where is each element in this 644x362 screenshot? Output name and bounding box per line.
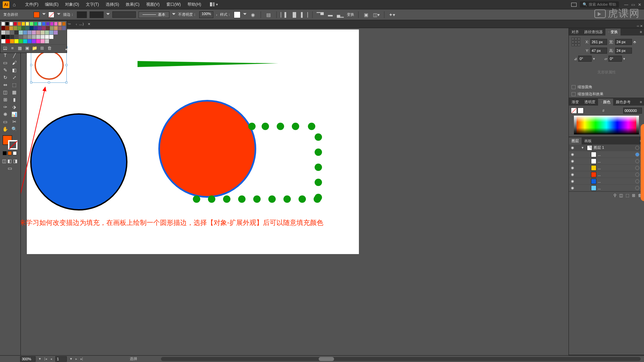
tab-artboards[interactable]: 画板 [582,137,594,144]
swatch-color[interactable] [38,22,42,26]
artboard[interactable]: 我们来学习如何改变描边为填充，在画板上绘制一个圆形描边，选择【对象-扩展外观】后… [27,29,359,254]
layer-item-row[interactable]: ◉ ... [569,151,644,158]
recolor-icon[interactable]: ◉ [249,11,257,18]
column-graph-tool[interactable]: 📊 [10,111,19,118]
swatch-color[interactable] [21,22,25,26]
canvas-area[interactable]: 我们来学习如何改变描边为填充，在画板上绘制一个圆形描边，选择【对象-扩展外观】后… [21,28,569,355]
swatch-color[interactable] [42,22,46,26]
green-dot-shape[interactable] [315,133,322,141]
artboard-nav-input[interactable] [55,356,67,362]
eyedropper-tool[interactable]: ✑ [1,103,10,111]
swatch-color[interactable] [17,26,21,30]
swatch-color[interactable] [49,31,53,35]
layer-header-row[interactable]: ◉ ▾ 图层 1 [569,144,644,151]
tab-list-icon[interactable]: ≔ [67,22,71,26]
reference-point-grid[interactable] [572,38,580,46]
menu-view[interactable]: 视图(V) [143,2,163,7]
tab-layers[interactable]: 图层 [569,137,582,144]
swatch-color[interactable] [13,22,17,26]
eraser-tool[interactable]: ◧ [10,66,19,74]
h-input[interactable] [615,48,632,54]
color-none-swatch[interactable] [571,108,577,114]
swatch-color[interactable] [25,26,29,30]
swatch-color[interactable] [41,31,45,35]
green-dot-shape[interactable] [299,195,306,203]
rectangle-tool[interactable]: ▭ [1,59,10,66]
arrange-docs-icon[interactable]: ▾ [210,2,218,7]
swatch-color[interactable] [36,35,40,39]
green-wedge-shape[interactable] [138,60,278,67]
new-sublayer-icon[interactable]: ⬚ [626,193,629,198]
green-dot-shape[interactable] [262,123,269,130]
x-input[interactable] [590,39,607,45]
small-circle-shape[interactable] [35,51,64,80]
green-dot-shape[interactable] [268,195,276,203]
swatch-color[interactable] [19,31,23,35]
swatch-color[interactable] [28,39,32,43]
layout-icon[interactable] [571,3,577,7]
swatch-color[interactable] [32,35,36,39]
stroke-swatch[interactable] [48,12,54,18]
visibility-icon[interactable]: ◉ [570,172,575,177]
scale-strokes-checkbox[interactable]: 缩放描边和效果 [569,90,644,98]
green-dot-shape[interactable] [308,123,315,130]
swatch-delete-icon[interactable]: 🗑 [47,46,52,51]
swatch-color[interactable] [38,26,42,30]
swatch-color[interactable] [46,26,50,30]
zoom-tool[interactable]: 🔍 [10,125,19,133]
visibility-icon[interactable]: ◉ [570,186,575,190]
maximize-icon[interactable]: ▭ [631,2,635,7]
style-dd-icon[interactable] [243,13,247,16]
scale-corners-checkbox[interactable]: 缩放圆角 [569,83,644,90]
align-hcenter-icon[interactable]: ▐▌ [291,11,298,18]
visibility-icon[interactable]: ◉ [570,166,575,170]
green-dot-shape[interactable] [248,123,256,130]
blue-circle-shape[interactable] [30,113,127,210]
scale-tool[interactable]: ⤢ [10,74,19,81]
swatch-color[interactable] [6,35,10,39]
home-icon[interactable]: ⌂ [13,2,16,7]
green-dot-shape[interactable] [253,195,261,203]
fill-dropdown-icon[interactable] [42,13,46,16]
slice-tool[interactable]: ✂ [10,118,19,125]
gradient-tool[interactable]: ▮ [10,96,19,103]
swatch-color[interactable] [46,22,50,26]
tab-transparency[interactable]: 透明度 [582,99,598,106]
swatch-color[interactable] [17,22,21,26]
swatch-color[interactable] [54,22,58,26]
green-dot-shape[interactable] [193,195,200,203]
swatch-color[interactable] [62,26,66,30]
target-icon[interactable] [635,166,639,170]
stroke-profile-dropdown[interactable] [90,11,104,18]
width-tool[interactable]: ⇔ [1,81,10,88]
swatch-color[interactable] [6,31,10,35]
green-dot-shape[interactable] [315,148,322,156]
brush-definition-dropdown[interactable] [112,11,136,18]
layer-item-row[interactable]: ◉ ... [569,185,644,191]
close-icon[interactable]: ✕ [638,2,641,7]
swatch-library-icon[interactable]: 🕮 [2,46,8,51]
swatch-color[interactable] [1,26,5,30]
link-wh-icon[interactable]: ⬘ [633,40,636,44]
menu-help[interactable]: 帮助(H) [184,2,205,7]
swatch-color[interactable] [54,31,58,35]
swatch-color[interactable] [1,39,5,43]
tab-align[interactable]: 对齐 [569,28,582,36]
visibility-icon[interactable]: ◉ [570,152,575,157]
perspective-tool[interactable]: ▦ [10,88,19,96]
swatch-color[interactable] [23,31,27,35]
menu-edit[interactable]: 编辑(E) [42,2,62,7]
align-left-icon[interactable]: ▏▌ [281,11,288,18]
zoom-input[interactable] [20,356,36,362]
free-transform-tool[interactable]: ⬚ [10,81,19,88]
color-spectrum[interactable] [574,116,639,134]
swatch-color[interactable] [21,26,25,30]
swatch-color[interactable] [1,22,5,26]
swatch-color[interactable] [41,39,45,43]
layer-item-name[interactable]: ... [598,186,634,190]
visibility-icon[interactable]: ◉ [570,179,575,183]
fill-swatch[interactable] [34,12,40,18]
layer-item-row[interactable]: ◉ ... [569,158,644,165]
swatch-color[interactable] [1,31,5,35]
green-dot-shape[interactable] [208,195,215,203]
